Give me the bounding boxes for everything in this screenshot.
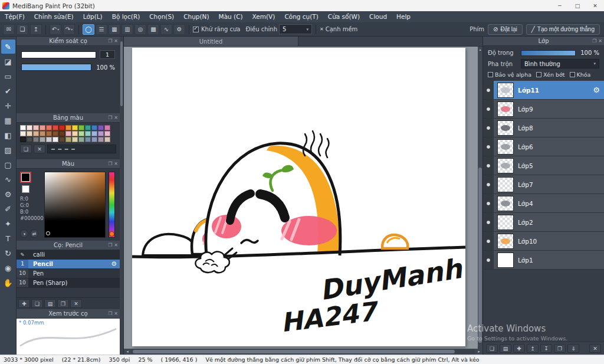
popout-icon[interactable]: ❐: [108, 161, 112, 166]
palette-swatch[interactable]: [27, 137, 32, 142]
layer-opacity-slider[interactable]: [521, 50, 576, 56]
move-layer-down-button[interactable]: ↧: [540, 344, 552, 353]
layer-visibility-toggle[interactable]: [483, 251, 494, 269]
close-icon[interactable]: ✕: [114, 242, 118, 248]
clipping-checkbox[interactable]: Xén bớt: [536, 71, 565, 78]
vertical-scrollbar[interactable]: ▴: [478, 47, 482, 349]
text-tool[interactable]: T: [1, 231, 15, 245]
add-layer-button[interactable]: ✚: [513, 344, 525, 353]
add-brush-button[interactable]: ✚: [18, 299, 30, 308]
layer-visibility-toggle[interactable]: [483, 156, 494, 175]
layer-row-Lớp4[interactable]: Lớp4: [483, 194, 604, 213]
saturation-value-box[interactable]: [44, 172, 106, 238]
palette-swatch[interactable]: [59, 131, 65, 136]
brush-settings-icon[interactable]: ⚙: [111, 260, 117, 268]
popout-icon[interactable]: ❐: [108, 242, 112, 248]
adjust-select[interactable]: 5 ▾: [279, 24, 312, 34]
message-button[interactable]: ✉: [3, 24, 15, 35]
palette-swatch[interactable]: [40, 137, 45, 142]
layer-row-Lớp1[interactable]: Lớp1: [483, 251, 604, 270]
palette-swatch[interactable]: [33, 131, 39, 136]
publish-button[interactable]: ↥: [30, 24, 42, 35]
scrollbar-track[interactable]: [132, 349, 475, 354]
popout-icon[interactable]: ❐: [108, 311, 112, 316]
scrollbar-thumb[interactable]: [120, 41, 123, 106]
palette-swatch[interactable]: [52, 131, 58, 136]
save-button[interactable]: ❏: [17, 24, 28, 35]
eyedropper-tool[interactable]: ◉: [1, 261, 15, 275]
popout-icon[interactable]: ❐: [592, 38, 596, 44]
palette-swatch[interactable]: [78, 137, 84, 142]
wand-tool[interactable]: ✦: [1, 217, 15, 231]
palette-swatch[interactable]: [104, 131, 110, 136]
pencil-tool[interactable]: ✐: [1, 202, 15, 216]
palette-swatch[interactable]: [40, 125, 45, 130]
palette-swatch[interactable]: [98, 137, 104, 142]
layer-visibility-toggle[interactable]: [483, 194, 494, 212]
move-layer-up-button[interactable]: ↥: [527, 344, 539, 353]
menu-item-6[interactable]: Màu (C): [214, 11, 248, 22]
palette-swatch[interactable]: [52, 137, 58, 142]
scrollbar-thumb[interactable]: [133, 350, 455, 353]
palette-swatch[interactable]: [72, 137, 78, 142]
hue-bar[interactable]: [109, 172, 115, 238]
new-folder-button[interactable]: ▤: [500, 344, 511, 353]
columns-brush-button[interactable]: ▥: [122, 24, 133, 35]
antialias-checkbox[interactable]: Khử răng cưa: [193, 26, 240, 32]
swap-colors-button[interactable]: ⇄: [30, 229, 38, 238]
menu-item-3[interactable]: Bộ lọc(R): [107, 11, 145, 22]
bucket-tool[interactable]: ◧: [1, 128, 15, 142]
select-marquee-tool[interactable]: ▢: [1, 158, 15, 172]
palette-swatch[interactable]: [78, 125, 84, 130]
palette-swatch[interactable]: [33, 125, 39, 130]
layer-visibility-toggle[interactable]: [483, 119, 494, 137]
add-palette-button[interactable]: ❏: [20, 145, 32, 153]
palette-swatch[interactable]: [59, 137, 65, 142]
duplicate-layer-button[interactable]: ❐: [554, 344, 566, 353]
layer-row-Lớp8[interactable]: Lớp8: [483, 119, 604, 137]
scroll-left-icon[interactable]: ◂: [124, 349, 131, 354]
menu-item-4[interactable]: Chọn(S): [145, 11, 179, 22]
palette-swatch[interactable]: [98, 131, 104, 136]
brush-item-pen[interactable]: 10 Pen: [17, 269, 120, 278]
palette-swatch[interactable]: [33, 137, 39, 142]
left-panel-scrollbar[interactable]: [120, 37, 123, 355]
menu-item-8[interactable]: Công cụ(T): [280, 11, 323, 22]
popout-icon[interactable]: ❐: [108, 115, 112, 120]
popout-icon[interactable]: ❐: [108, 38, 112, 44]
palette-swatch[interactable]: [65, 125, 71, 130]
palette-swatch[interactable]: [78, 131, 84, 136]
menu-item-10[interactable]: Cloud: [365, 11, 392, 22]
layer-row-Lớp10[interactable]: Lớp10: [483, 232, 604, 251]
layer-visibility-toggle[interactable]: [483, 137, 494, 156]
close-button[interactable]: ✕: [586, 0, 604, 11]
duplicate-brush-button[interactable]: ❐: [57, 299, 69, 308]
layer-visibility-toggle[interactable]: [483, 100, 494, 118]
palette-swatch[interactable]: [46, 125, 52, 130]
palette-swatch[interactable]: [59, 125, 65, 130]
grid-brush-button[interactable]: ▦: [109, 24, 120, 35]
palette-swatch[interactable]: [40, 131, 45, 136]
palette-swatch[interactable]: [65, 131, 71, 136]
ring-brush-button[interactable]: ◎: [134, 24, 146, 35]
protect-alpha-checkbox[interactable]: Bảo vệ alpha: [488, 71, 531, 78]
scatter-brush-button[interactable]: ☰: [96, 24, 107, 35]
palette-swatch[interactable]: [91, 137, 97, 142]
brush-config-button[interactable]: ⚙: [173, 24, 185, 35]
create-line-button[interactable]: ╱ Tạo một đường thẳng: [526, 24, 600, 35]
brush-item-pencil[interactable]: 1 Pencil ⚙: [17, 260, 120, 269]
lock-checkbox[interactable]: Khóa: [570, 71, 591, 78]
horizontal-scrollbar[interactable]: ◂ ▸: [124, 349, 482, 355]
palette-swatch[interactable]: [20, 125, 26, 130]
palette-swatch[interactable]: [46, 137, 52, 142]
palette-swatch[interactable]: [85, 131, 91, 136]
pen-tool[interactable]: ✔: [1, 84, 15, 98]
brush-tool[interactable]: ✎: [1, 40, 15, 54]
layer-row-Lớp7[interactable]: Lớp7: [483, 175, 604, 194]
layer-row-Lớp2[interactable]: Lớp2: [483, 213, 604, 232]
close-icon[interactable]: ✕: [114, 161, 118, 166]
move-tool[interactable]: ✛: [1, 99, 15, 113]
brush-opacity-slider[interactable]: [21, 64, 91, 71]
minimize-button[interactable]: ─: [551, 0, 569, 11]
color-picker-button[interactable]: ◑: [20, 229, 28, 238]
